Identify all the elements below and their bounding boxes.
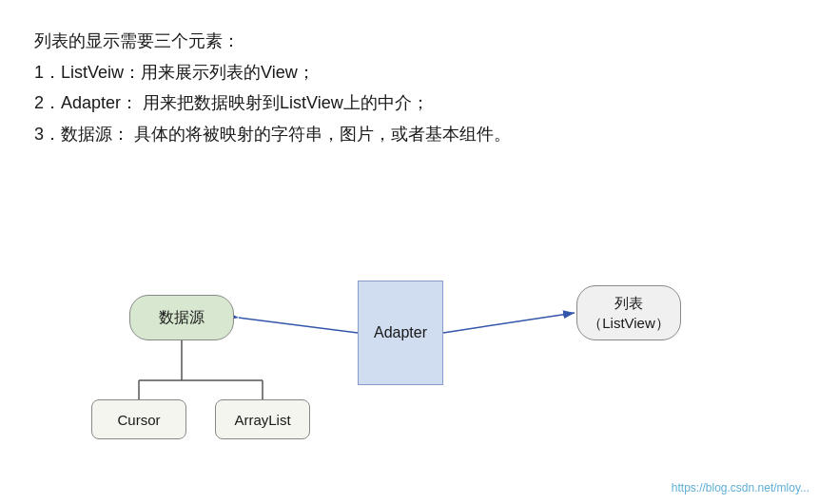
- svg-line-3: [443, 313, 575, 333]
- line-1: 列表的显示需要三个元素：: [34, 27, 785, 56]
- line-2: 1．ListVeiw：用来展示列表的View；: [34, 58, 785, 87]
- line-4: 3．数据源： 具体的将被映射的字符串，图片，或者基本组件。: [34, 120, 785, 149]
- box-adapter: Adapter: [358, 281, 443, 385]
- slide: 列表的显示需要三个元素： 1．ListVeiw：用来展示列表的View； 2．A…: [0, 0, 819, 504]
- diagram-area: 数据源 Adapter 列表 （ListView） Cursor ArrayLi…: [34, 276, 785, 466]
- text-block: 列表的显示需要三个元素： 1．ListVeiw：用来展示列表的View； 2．A…: [34, 27, 785, 148]
- svg-line-2: [239, 318, 358, 333]
- box-datasource: 数据源: [129, 295, 234, 340]
- line-3: 2．Adapter： 用来把数据映射到ListView上的中介；: [34, 88, 785, 118]
- watermark: https://blog.csdn.net/mloy...: [672, 481, 809, 494]
- box-arraylist: ArrayList: [215, 399, 310, 439]
- box-cursor: Cursor: [91, 399, 186, 439]
- box-listview: 列表 （ListView）: [576, 285, 681, 340]
